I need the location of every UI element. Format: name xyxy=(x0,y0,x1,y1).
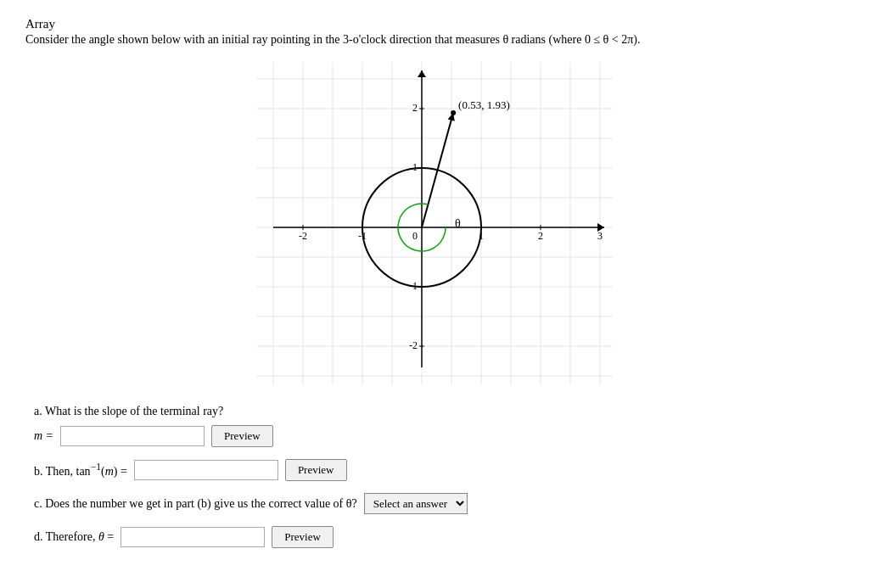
question-c-label: c. Does the number we get in part (b) gi… xyxy=(34,497,357,511)
question-b-sup: −1 xyxy=(91,462,101,473)
question-a-block: a. What is the slope of the terminal ray… xyxy=(34,405,844,447)
question-d-label: d. Therefore, θ = xyxy=(34,530,114,544)
graph-area xyxy=(256,62,613,384)
question-a-row: m = Preview xyxy=(34,425,844,447)
questions-section: a. What is the slope of the terminal ray… xyxy=(25,405,844,548)
question-c-row: c. Does the number we get in part (b) gi… xyxy=(34,493,844,514)
question-b-input[interactable] xyxy=(134,460,278,480)
question-d-block: d. Therefore, θ = Preview xyxy=(34,526,844,548)
question-c-block: c. Does the number we get in part (b) gi… xyxy=(34,493,844,514)
question-d-preview-button[interactable]: Preview xyxy=(272,526,334,548)
question-b-row: b. Then, tan−1(m) = Preview xyxy=(34,459,844,481)
question-a-preview-button[interactable]: Preview xyxy=(211,425,273,447)
graph-container xyxy=(25,62,844,384)
question-a-label: m = xyxy=(34,429,53,443)
page-description: Consider the angle shown below with an i… xyxy=(25,33,844,47)
page-title: Array xyxy=(25,17,844,31)
question-a-input[interactable] xyxy=(60,426,205,446)
question-c-select[interactable]: Select an answer Yes No xyxy=(364,493,468,514)
question-d-input[interactable] xyxy=(121,527,265,547)
question-b-preview-button[interactable]: Preview xyxy=(285,459,347,481)
question-d-row: d. Therefore, θ = Preview xyxy=(34,526,844,548)
question-a-title: a. What is the slope of the terminal ray… xyxy=(34,405,844,418)
question-b-label: b. Then, tan−1(m) = xyxy=(34,462,127,479)
question-b-block: b. Then, tan−1(m) = Preview xyxy=(34,459,844,481)
